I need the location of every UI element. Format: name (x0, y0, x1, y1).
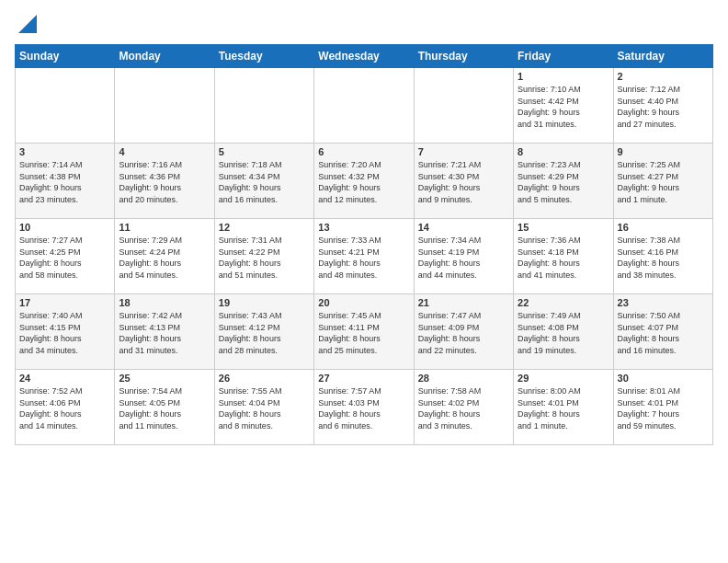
day-info: Sunrise: 7:29 AM Sunset: 4:24 PM Dayligh… (119, 235, 210, 281)
calendar-cell: 11Sunrise: 7:29 AM Sunset: 4:24 PM Dayli… (115, 219, 214, 294)
calendar-cell: 23Sunrise: 7:50 AM Sunset: 4:07 PM Dayli… (613, 294, 712, 370)
day-info: Sunrise: 8:00 AM Sunset: 4:01 PM Dayligh… (518, 385, 609, 431)
calendar-week: 17Sunrise: 7:40 AM Sunset: 4:15 PM Dayli… (16, 294, 713, 370)
day-info: Sunrise: 7:21 AM Sunset: 4:30 PM Dayligh… (418, 159, 509, 205)
day-number: 12 (219, 222, 310, 233)
calendar-cell: 12Sunrise: 7:31 AM Sunset: 4:22 PM Dayli… (214, 219, 313, 294)
day-number: 1 (518, 71, 609, 82)
day-number: 6 (318, 146, 409, 157)
day-number: 26 (219, 373, 310, 384)
day-number: 8 (518, 146, 609, 157)
day-number: 24 (19, 373, 110, 384)
day-number: 5 (219, 146, 310, 157)
day-number: 30 (618, 373, 709, 384)
weekday-header: Wednesday (314, 45, 414, 68)
calendar-cell: 28Sunrise: 7:58 AM Sunset: 4:02 PM Dayli… (414, 370, 513, 445)
day-info: Sunrise: 7:36 AM Sunset: 4:18 PM Dayligh… (518, 235, 609, 281)
day-number: 19 (219, 297, 310, 308)
day-info: Sunrise: 7:55 AM Sunset: 4:04 PM Dayligh… (219, 385, 310, 431)
header (15, 15, 713, 33)
day-info: Sunrise: 7:49 AM Sunset: 4:08 PM Dayligh… (518, 310, 609, 356)
calendar-cell: 14Sunrise: 7:34 AM Sunset: 4:19 PM Dayli… (414, 219, 513, 294)
calendar-week: 1Sunrise: 7:10 AM Sunset: 4:42 PM Daylig… (16, 68, 713, 144)
calendar-cell: 22Sunrise: 7:49 AM Sunset: 4:08 PM Dayli… (514, 294, 613, 370)
weekday-header: Sunday (16, 45, 115, 68)
calendar-cell: 30Sunrise: 8:01 AM Sunset: 4:01 PM Dayli… (613, 370, 712, 445)
calendar-cell: 17Sunrise: 7:40 AM Sunset: 4:15 PM Dayli… (16, 294, 115, 370)
logo (15, 15, 37, 33)
day-number: 15 (518, 222, 609, 233)
calendar-cell: 4Sunrise: 7:16 AM Sunset: 4:36 PM Daylig… (115, 144, 214, 219)
day-info: Sunrise: 7:34 AM Sunset: 4:19 PM Dayligh… (418, 235, 509, 281)
day-info: Sunrise: 7:50 AM Sunset: 4:07 PM Dayligh… (618, 310, 709, 356)
calendar-cell: 6Sunrise: 7:20 AM Sunset: 4:32 PM Daylig… (314, 144, 414, 219)
day-info: Sunrise: 7:38 AM Sunset: 4:16 PM Dayligh… (618, 235, 709, 281)
calendar-cell: 2Sunrise: 7:12 AM Sunset: 4:40 PM Daylig… (613, 68, 712, 144)
calendar-cell: 5Sunrise: 7:18 AM Sunset: 4:34 PM Daylig… (214, 144, 313, 219)
day-info: Sunrise: 7:23 AM Sunset: 4:29 PM Dayligh… (518, 159, 609, 205)
day-number: 13 (318, 222, 409, 233)
calendar-cell: 21Sunrise: 7:47 AM Sunset: 4:09 PM Dayli… (414, 294, 513, 370)
header-row: SundayMondayTuesdayWednesdayThursdayFrid… (16, 45, 713, 68)
day-number: 29 (518, 373, 609, 384)
calendar-cell: 26Sunrise: 7:55 AM Sunset: 4:04 PM Dayli… (214, 370, 313, 445)
day-info: Sunrise: 7:43 AM Sunset: 4:12 PM Dayligh… (219, 310, 310, 356)
page: SundayMondayTuesdayWednesdayThursdayFrid… (0, 0, 728, 453)
calendar-cell: 13Sunrise: 7:33 AM Sunset: 4:21 PM Dayli… (314, 219, 414, 294)
day-info: Sunrise: 7:31 AM Sunset: 4:22 PM Dayligh… (219, 235, 310, 281)
day-info: Sunrise: 7:33 AM Sunset: 4:21 PM Dayligh… (318, 235, 409, 281)
day-info: Sunrise: 7:57 AM Sunset: 4:03 PM Dayligh… (318, 385, 409, 431)
day-info: Sunrise: 7:25 AM Sunset: 4:27 PM Dayligh… (618, 159, 709, 205)
calendar-cell: 3Sunrise: 7:14 AM Sunset: 4:38 PM Daylig… (16, 144, 115, 219)
calendar-table: SundayMondayTuesdayWednesdayThursdayFrid… (15, 44, 713, 445)
day-number: 16 (618, 222, 709, 233)
day-number: 25 (119, 373, 210, 384)
day-number: 17 (19, 297, 110, 308)
day-info: Sunrise: 7:58 AM Sunset: 4:02 PM Dayligh… (418, 385, 509, 431)
day-info: Sunrise: 7:12 AM Sunset: 4:40 PM Dayligh… (618, 84, 709, 130)
calendar-cell: 7Sunrise: 7:21 AM Sunset: 4:30 PM Daylig… (414, 144, 513, 219)
calendar-cell (115, 68, 214, 144)
day-info: Sunrise: 7:52 AM Sunset: 4:06 PM Dayligh… (19, 385, 110, 431)
day-number: 10 (19, 222, 110, 233)
calendar-cell: 19Sunrise: 7:43 AM Sunset: 4:12 PM Dayli… (214, 294, 313, 370)
weekday-header: Saturday (613, 45, 712, 68)
logo-icon (18, 15, 37, 33)
calendar-cell: 25Sunrise: 7:54 AM Sunset: 4:05 PM Dayli… (115, 370, 214, 445)
weekday-header: Friday (514, 45, 613, 68)
calendar-cell: 20Sunrise: 7:45 AM Sunset: 4:11 PM Dayli… (314, 294, 414, 370)
day-info: Sunrise: 7:14 AM Sunset: 4:38 PM Dayligh… (19, 159, 110, 205)
calendar-cell (314, 68, 414, 144)
day-number: 28 (418, 373, 509, 384)
day-number: 20 (318, 297, 409, 308)
weekday-header: Thursday (414, 45, 513, 68)
calendar-cell (214, 68, 313, 144)
day-number: 27 (318, 373, 409, 384)
calendar-cell: 9Sunrise: 7:25 AM Sunset: 4:27 PM Daylig… (613, 144, 712, 219)
day-number: 2 (618, 71, 709, 82)
weekday-header: Tuesday (214, 45, 313, 68)
calendar-cell: 10Sunrise: 7:27 AM Sunset: 4:25 PM Dayli… (16, 219, 115, 294)
day-number: 9 (618, 146, 709, 157)
day-info: Sunrise: 7:20 AM Sunset: 4:32 PM Dayligh… (318, 159, 409, 205)
calendar-week: 24Sunrise: 7:52 AM Sunset: 4:06 PM Dayli… (16, 370, 713, 445)
logo-text (15, 15, 37, 33)
calendar-cell: 29Sunrise: 8:00 AM Sunset: 4:01 PM Dayli… (514, 370, 613, 445)
day-number: 23 (618, 297, 709, 308)
weekday-header: Monday (115, 45, 214, 68)
day-number: 21 (418, 297, 509, 308)
calendar-cell: 1Sunrise: 7:10 AM Sunset: 4:42 PM Daylig… (514, 68, 613, 144)
day-info: Sunrise: 7:54 AM Sunset: 4:05 PM Dayligh… (119, 385, 210, 431)
day-info: Sunrise: 7:16 AM Sunset: 4:36 PM Dayligh… (119, 159, 210, 205)
calendar-cell: 15Sunrise: 7:36 AM Sunset: 4:18 PM Dayli… (514, 219, 613, 294)
calendar-week: 3Sunrise: 7:14 AM Sunset: 4:38 PM Daylig… (16, 144, 713, 219)
day-info: Sunrise: 7:27 AM Sunset: 4:25 PM Dayligh… (19, 235, 110, 281)
calendar-cell: 24Sunrise: 7:52 AM Sunset: 4:06 PM Dayli… (16, 370, 115, 445)
calendar-week: 10Sunrise: 7:27 AM Sunset: 4:25 PM Dayli… (16, 219, 713, 294)
day-number: 4 (119, 146, 210, 157)
day-number: 7 (418, 146, 509, 157)
day-info: Sunrise: 7:40 AM Sunset: 4:15 PM Dayligh… (19, 310, 110, 356)
day-number: 18 (119, 297, 210, 308)
day-number: 3 (19, 146, 110, 157)
day-info: Sunrise: 7:45 AM Sunset: 4:11 PM Dayligh… (318, 310, 409, 356)
